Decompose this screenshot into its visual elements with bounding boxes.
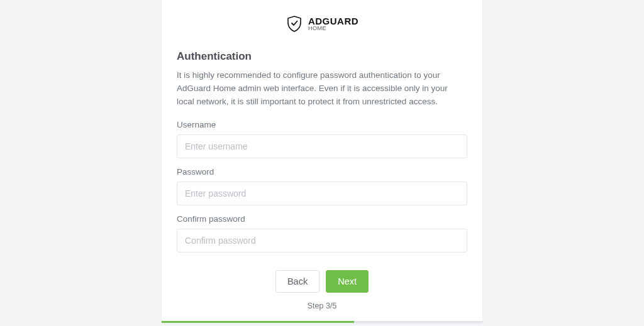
username-label: Username [177, 120, 467, 129]
password-input[interactable] [177, 182, 467, 205]
username-input[interactable] [177, 134, 467, 158]
logo-row: ADGUARD HOME [177, 15, 467, 33]
page-heading: Authentication [177, 50, 467, 63]
progress-bar [162, 321, 482, 323]
progress-fill [162, 321, 354, 323]
logo-text: ADGUARD HOME [308, 16, 358, 31]
step-indicator: Step 3/5 [177, 302, 467, 310]
confirm-password-group: Confirm password [177, 214, 467, 253]
username-group: Username [177, 120, 467, 158]
next-button[interactable]: Next [326, 270, 369, 293]
back-button[interactable]: Back [275, 270, 319, 293]
shield-check-icon [286, 15, 303, 33]
password-group: Password [177, 167, 467, 205]
page-description: It is highly recommended to configure pa… [177, 69, 467, 109]
button-row: Back Next [177, 270, 467, 293]
confirm-password-label: Confirm password [177, 214, 467, 224]
logo-sub: HOME [308, 26, 358, 31]
setup-card: ADGUARD HOME Authentication It is highly… [162, 0, 482, 323]
password-label: Password [177, 167, 467, 177]
logo-brand: ADGUARD [308, 16, 358, 26]
confirm-password-input[interactable] [177, 229, 467, 253]
